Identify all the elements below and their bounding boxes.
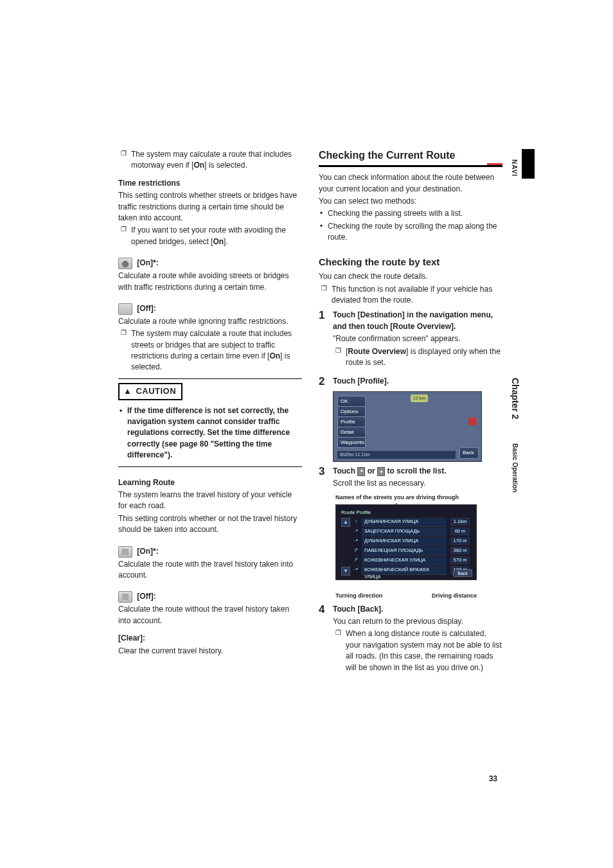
sub-title: Checking the route by text (319, 255, 502, 269)
ss-status-bar: 0h25m 11 11m (337, 451, 456, 459)
rp-row: ПАВЕЛЕЦКАЯ ПЛОЩАДЬ (362, 547, 447, 556)
clock-on-icon (118, 258, 132, 269)
ss-distance-badge: 12 km (411, 394, 428, 402)
driving-label: Driving distance (432, 592, 477, 600)
turn-icon: ↱ (353, 556, 359, 564)
turn-icon: ↱ (353, 547, 359, 554)
rp-row: КОЖЕВНИЧЕСКИЙ ВРАЖЕК УЛИЦА (362, 566, 447, 575)
side-chapter-sub: Basic Operation (511, 443, 519, 493)
turning-label: Turning direction (335, 592, 382, 600)
learning-body2: This setting controls whether or not the… (118, 513, 302, 536)
scroll-down-icon (377, 467, 385, 476)
step1-note: [Route Overview] is displayed only when … (333, 346, 502, 369)
scroll-up-icon (357, 467, 365, 476)
learn-on-option: [On]*: (118, 546, 302, 558)
section-title: Checking the Current Route (319, 148, 502, 163)
rp-dist: 1.1km (450, 518, 470, 526)
side-chapter-label: Chapter 2 (510, 378, 520, 420)
note-motorway: The system may calculate a route that in… (118, 149, 302, 172)
clear-body: Clear the current travel history. (118, 646, 302, 657)
sub-bullet: This function is not available if your v… (319, 284, 502, 306)
step2-num: 2 (319, 376, 328, 387)
section-rule-accent (487, 163, 502, 165)
clear-label: [Clear]: (118, 633, 302, 644)
rp-row: ДУБИНИНСКАЯ УЛИЦА (362, 537, 447, 546)
rp-dist: 60 m (450, 527, 470, 535)
time-restrictions-note2: The system may calculate a route that in… (118, 328, 302, 373)
on-option-body: Calculate a route while avoiding streets… (118, 270, 302, 293)
time-restrictions-bullet: If you want to set your route with avoid… (118, 225, 302, 247)
learn-on-icon (118, 546, 132, 558)
off-option-body: Calculate a route while ignoring traffic… (118, 316, 302, 327)
off-option: [Off]: (118, 303, 302, 315)
rp-scroll-up[interactable] (341, 518, 350, 527)
ss-flag-icon (468, 418, 476, 425)
side-navi-label: NAVI (510, 149, 518, 188)
step4-note: When a long distance route is calculated… (333, 628, 502, 673)
ss-options-button[interactable]: Options (337, 406, 366, 418)
rp-row: КОЖЕВНИЧЕСКАЯ УЛИЦА (362, 556, 447, 565)
rp-dist: 570 m (450, 556, 470, 564)
learning-body1: The system learns the travel history of … (118, 490, 302, 512)
ss-ok-button[interactable]: OK (337, 396, 366, 407)
learn-off-body: Calculate the route without the travel h… (118, 604, 302, 626)
rp-dist: 380 m (450, 547, 470, 554)
step3-body: Scroll the list as necessary. (333, 478, 502, 489)
left-column: The system may calculate a route that in… (118, 148, 302, 677)
step3-title: Touch or to scroll the list. (333, 466, 502, 477)
rp-title: Route Profile (341, 509, 371, 517)
caution-body: If the time difference is not set correc… (118, 405, 302, 461)
route-overview-screenshot: OK Options Profile Detail Waypoints 12 k… (333, 391, 482, 462)
learning-title: Learning Route (118, 477, 302, 488)
step1-title: Touch [Destination] in the navigation me… (333, 310, 502, 332)
time-restrictions-title: Time restrictions (118, 178, 302, 189)
ss-profile-button[interactable]: Profile (337, 416, 366, 428)
intro: You can check information about the rout… (319, 172, 502, 195)
ss-waypoints-button[interactable]: Waypoints (337, 437, 366, 448)
right-column: Checking the Current Route You can check… (319, 148, 502, 677)
on-option: [On]*: (118, 258, 302, 269)
sub-intro: You can check the route details. (319, 271, 502, 282)
turn-icon: ⬏ (353, 566, 359, 574)
turn-icon: ⬏ (353, 527, 359, 535)
turn-icon: ⬏ (353, 537, 359, 545)
time-restrictions-body: This setting controls whether streets or… (118, 190, 302, 224)
rp-back-button[interactable]: Back (453, 569, 472, 577)
route-profile-screenshot: Route Profile ДУБИНИНСКАЯ УЛИЦА 1.1km ↑ … (335, 504, 477, 580)
names-label: Names of the streets you are driving thr… (335, 493, 502, 502)
ss-detail-button[interactable]: Detail (337, 427, 366, 438)
intro2: You can select two methods: (319, 196, 502, 207)
step3-num: 3 (319, 466, 328, 477)
rp-row: ДУБИНИНСКАЯ УЛИЦА (362, 518, 447, 527)
side-black-tab (522, 149, 535, 179)
step4-num: 4 (319, 604, 328, 615)
step2-title: Touch [Profile]. (333, 376, 502, 387)
step4-title: Touch [Back]. (333, 604, 502, 615)
rp-scroll-down[interactable] (341, 567, 350, 576)
learn-on-body: Calculate the route with the travel hist… (118, 559, 302, 581)
page-number: 33 (489, 774, 497, 783)
rp-dist: 170 m (450, 537, 470, 545)
ss-back-button[interactable]: Back (459, 447, 479, 459)
clock-off-icon (118, 303, 132, 315)
caution-badge: CAUTION (118, 383, 182, 400)
section-rule (319, 165, 502, 167)
turn-icon: ↑ (353, 518, 359, 526)
step1-num: 1 (319, 310, 328, 321)
step4-body: You can return to the previous display. (333, 616, 502, 627)
step1-body: "Route confirmation screen" appears. (333, 333, 502, 344)
learn-off-option: [Off]: (118, 591, 302, 603)
method2: Checking the route by scrolling the map … (319, 221, 502, 244)
rp-row: ЗАЦЕПСКАЯ ПЛОЩАДЬ (362, 527, 447, 536)
method1: Checking the passing streets with a list… (319, 208, 502, 219)
learn-off-icon (118, 591, 132, 603)
